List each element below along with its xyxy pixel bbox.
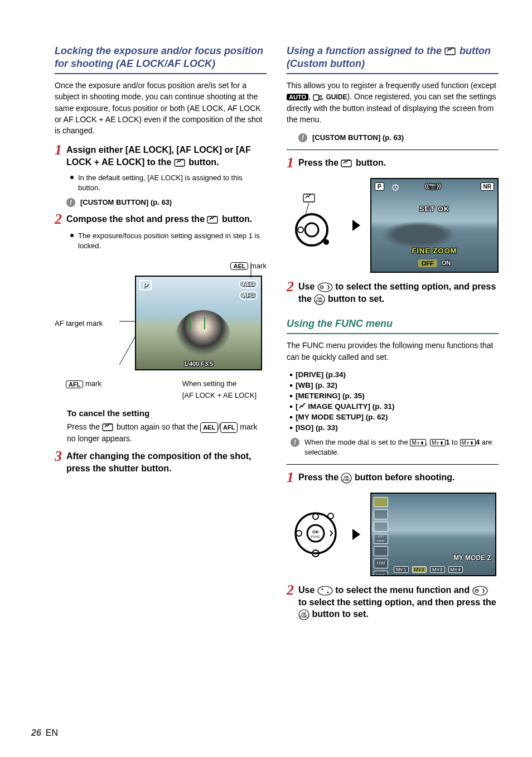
svg-rect-16	[303, 194, 315, 202]
af-target-label: AF target mark	[55, 319, 116, 327]
right-intro: This allows you to register a frequently…	[287, 80, 499, 125]
r-step2-text: Use to select the setting option, and pr…	[298, 281, 499, 305]
func-item: [DRIVE] (p.34)	[290, 370, 499, 379]
pointer-line-icon	[119, 337, 136, 370]
svg-point-17	[296, 214, 327, 245]
arrow-right-icon	[352, 529, 360, 540]
func-item: [ISO] (p. 33)	[290, 423, 499, 432]
step1-note: [CUSTOM BUTTON] (p. 63)	[80, 197, 172, 208]
pointer-line-icon	[245, 262, 257, 279]
arrow-right-icon	[352, 220, 360, 231]
fine-zoom-label: FINE ZOOM	[412, 247, 457, 255]
divider	[287, 150, 499, 150]
cancel-heading: To cancel the setting	[67, 408, 267, 418]
afl-badge: AFL	[239, 291, 258, 300]
func-side-icon: FINE	[374, 571, 388, 576]
func-side-icon: ISO1600	[374, 534, 388, 544]
svg-point-19	[298, 227, 303, 233]
shutter-info: 1/400 F3.5	[184, 360, 214, 367]
right-heading-1: Using a function assigned to the button …	[287, 45, 499, 74]
func-note: When the mode dial is set to the Mʏ, Mʏ1…	[304, 437, 499, 457]
right-note: [CUSTOM BUTTON] (p. 63)	[312, 133, 404, 143]
step-number: 2	[287, 279, 294, 294]
step-number: 1	[287, 470, 294, 485]
func-item: [WB] (p. 32)	[290, 381, 499, 389]
custom-button-icon	[341, 158, 353, 168]
f-step1-text: Press the button before shooting.	[298, 471, 454, 484]
step-number: 2	[55, 212, 62, 226]
control-dial-diagram: OK FUNC	[289, 503, 342, 566]
func-side-icon	[374, 522, 388, 532]
guide-chip: GUIDE	[326, 93, 347, 101]
step3-text: After changing the composition of the sh…	[66, 450, 267, 474]
step-number: 3	[55, 449, 62, 464]
p-mode-badge: P	[375, 182, 384, 191]
r-step1-text: Press the button.	[298, 157, 386, 169]
cancel-body: Press the button again so that the AEL/A…	[67, 421, 267, 445]
stabilizer-icon: ((📷))	[425, 182, 441, 190]
func-item: [ IMAGE QUALITY] (p. 31)	[290, 402, 499, 411]
svg-point-28	[328, 513, 333, 519]
custom-button-icon	[207, 215, 219, 225]
func-side-icon	[374, 509, 388, 519]
set-ok-label: SET OK	[419, 205, 449, 213]
p-mode-badge: P	[139, 280, 152, 290]
custom-button-icon	[174, 158, 186, 168]
svg-point-18	[305, 223, 318, 237]
page-footer: 26EN	[31, 728, 58, 738]
step-number: 1	[287, 156, 294, 170]
step2-bullet: The exposure/focus position setting assi…	[70, 231, 267, 251]
mymode-chip: Mʏ1	[394, 566, 409, 573]
off-chip: OFF	[418, 259, 437, 267]
note-icon	[298, 133, 308, 143]
svg-point-27	[296, 531, 302, 536]
step1-text: Assign either [AE LOCK], [AF LOCK] or [A…	[66, 144, 267, 168]
svg-rect-15	[313, 95, 319, 100]
divider	[287, 464, 499, 465]
func-intro: The FUNC menu provides the following men…	[287, 340, 499, 363]
step1-bullet: In the default setting, [AE LOCK] is ass…	[70, 173, 267, 193]
af-lock-preview: P AEL AFL 1/400 F3.5	[135, 276, 262, 370]
on-chip: ON	[442, 259, 451, 267]
f-step2-text: Use to select the menu function and to s…	[298, 584, 499, 620]
mymode-chip: Mʏ2	[412, 566, 427, 573]
custom-button-icon	[102, 422, 114, 432]
diagram-caption-b: [AF LOCK + AE LOCK]	[182, 391, 257, 399]
svg-text:OK: OK	[312, 529, 319, 534]
svg-point-20	[323, 239, 329, 245]
func-menu-preview: ISO160010MFINE MY MODE 2 Mʏ1Mʏ2Mʏ3Mʏ4	[370, 493, 496, 576]
func-side-icon: 10M	[374, 558, 388, 568]
note-icon	[66, 197, 76, 208]
left-heading: Locking the exposure and/or focus positi…	[55, 45, 267, 74]
mymode-chip: Mʏ3	[430, 566, 445, 573]
afl-mark-label: mark	[85, 379, 101, 388]
auto-chip: AUTO	[287, 94, 308, 100]
func-item: [MY MODE SETUP] (p. 62)	[290, 413, 499, 421]
nr-badge: NR	[481, 182, 494, 191]
note-icon	[290, 437, 300, 447]
func-side-icon	[374, 546, 388, 556]
custom-button-preview: P ((📷)) NR SET OK FINE ZOOM OFF ON	[370, 178, 499, 273]
svg-point-26	[313, 514, 318, 519]
step-number: 2	[287, 583, 294, 597]
ok-func-icon	[314, 294, 325, 305]
movie-mode-icon	[313, 94, 322, 102]
ael-badge: AEL	[239, 280, 258, 288]
func-list: [DRIVE] (p.34)[WB] (p. 32)[METERING] (p.…	[290, 370, 499, 432]
left-intro: Once the exposure and/or focus position …	[55, 80, 267, 136]
ok-func-icon	[298, 609, 309, 620]
mymode-chip: Mʏ4	[448, 566, 463, 573]
step-number: 1	[55, 143, 62, 157]
diagram-caption-a: When setting the	[182, 379, 257, 388]
pointer-line-icon	[119, 315, 136, 328]
left-right-icon	[472, 586, 488, 596]
func-item: [METERING] (p. 35)	[290, 392, 499, 400]
image-quality-icon	[298, 403, 306, 409]
ok-func-icon	[341, 472, 352, 484]
custom-button-icon	[444, 46, 457, 56]
func-side-icon	[374, 497, 388, 507]
afl-chip: AFL	[66, 380, 83, 388]
right-heading-2: Using the FUNC menu	[287, 317, 499, 335]
svg-text:FUNC: FUNC	[311, 535, 321, 538]
step2-text: Compose the shot and press the button.	[66, 213, 252, 225]
